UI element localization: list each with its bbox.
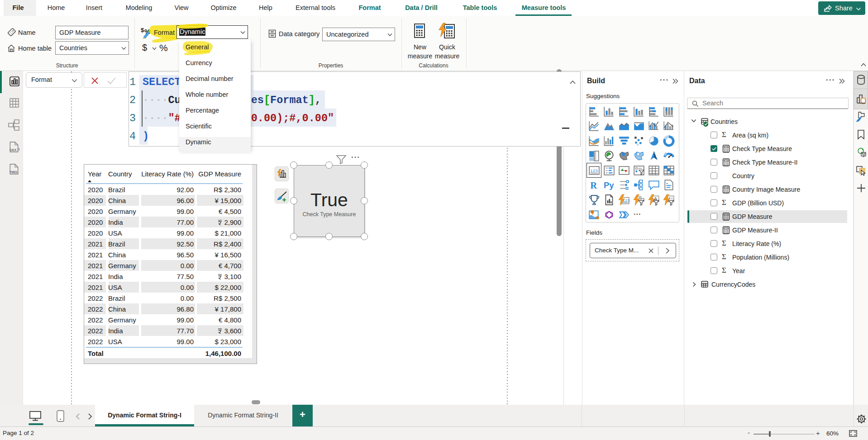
svg-text:DAX: DAX — [10, 148, 16, 151]
svg-text:Py: Py — [604, 180, 614, 190]
svg-text:TMDL: TMDL — [10, 170, 19, 174]
svg-text:$: $ — [141, 27, 144, 33]
svg-text:···: ··· — [634, 210, 641, 218]
svg-text:R: R — [590, 180, 597, 190]
